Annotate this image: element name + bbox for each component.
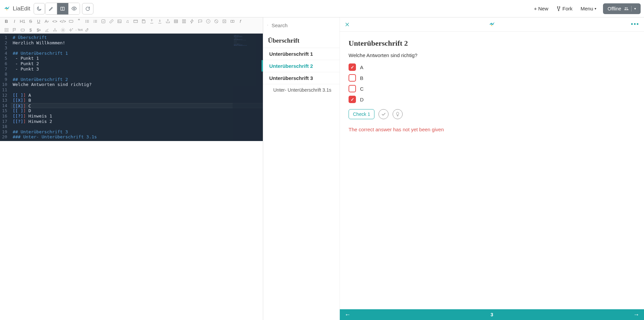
pager: ← 3 →: [340, 309, 644, 320]
menu-dropdown[interactable]: Menu▾: [576, 4, 600, 13]
bolt-button[interactable]: [188, 17, 196, 25]
target-button[interactable]: [212, 17, 220, 25]
codeblock-button[interactable]: </>: [59, 17, 67, 25]
strike-button[interactable]: S: [27, 17, 34, 25]
quiz-checkbox[interactable]: [349, 96, 356, 103]
quiz-checkbox[interactable]: [349, 85, 356, 92]
search-icon: [267, 22, 268, 28]
export-button[interactable]: [148, 17, 155, 25]
svg-line-49: [268, 25, 268, 26]
code-editor[interactable]: 1234567891011121314151617181920 # Übersc…: [0, 34, 263, 141]
main: B I H1 S U Ax <> </> “ 123 ♫ ?: [0, 17, 644, 320]
quiz-option-label: C: [360, 86, 364, 92]
offline-button[interactable]: Offline ▾: [603, 3, 641, 14]
more-menu-button[interactable]: •••: [631, 21, 639, 28]
preview-mode-button[interactable]: [68, 3, 80, 14]
next-page-button[interactable]: →: [633, 311, 639, 318]
app-logo: LiaEdit: [3, 5, 30, 12]
search-input[interactable]: [272, 22, 335, 28]
video-button[interactable]: [132, 17, 139, 25]
toc-item[interactable]: Unterüberschrift 1: [263, 48, 339, 60]
math-block-button[interactable]: $$: [35, 26, 42, 34]
minimap[interactable]: # ÜberschriftHerzlich Willkommen!## Unte…: [233, 34, 263, 141]
refresh-button[interactable]: [82, 3, 93, 14]
share-button[interactable]: [164, 17, 171, 25]
preview-pane: Überschrift Unterüberschrift 1Unterübers…: [263, 17, 644, 320]
check-button[interactable]: Check 1: [349, 109, 374, 119]
view-mode-group: [45, 3, 80, 15]
svg-rect-29: [183, 19, 184, 23]
table-button[interactable]: [172, 17, 179, 25]
quiz-question: Welche Antworten sind richtig?: [349, 52, 635, 58]
ol-button[interactable]: 123: [91, 17, 99, 25]
code-content[interactable]: # ÜberschriftHerzlich Willkommen!## Unte…: [11, 34, 263, 141]
underline-button[interactable]: U: [35, 17, 42, 25]
moon-icon: [36, 6, 42, 11]
column-button[interactable]: [180, 17, 188, 25]
image-button[interactable]: [116, 17, 123, 25]
prev-page-button[interactable]: ←: [345, 311, 351, 318]
svg-rect-24: [174, 20, 177, 23]
import-button[interactable]: [156, 17, 163, 25]
graph-button[interactable]: [51, 26, 58, 34]
quiz-option: A: [349, 63, 635, 71]
heading-button[interactable]: H1: [19, 17, 26, 25]
close-box-button[interactable]: [220, 17, 228, 25]
rocket-button[interactable]: [83, 26, 91, 34]
users-icon: [624, 6, 629, 11]
comment-button[interactable]: [196, 17, 204, 25]
function-button[interactable]: f: [237, 17, 244, 25]
ul-button[interactable]: [83, 17, 91, 25]
audio-button[interactable]: ♫: [124, 17, 131, 25]
keyboard-button[interactable]: [67, 17, 75, 25]
split-mode-button[interactable]: [57, 3, 68, 14]
svg-point-9: [85, 22, 86, 22]
preview-logo: [488, 21, 496, 28]
settings-plus-button[interactable]: [67, 26, 75, 34]
tex-button[interactable]: ←TeX: [75, 26, 83, 34]
toc-title[interactable]: Überschrift: [263, 33, 339, 48]
toc-item[interactable]: Unterüberschrift 3: [263, 72, 339, 84]
eye-icon: [71, 6, 77, 11]
hummingbird-icon: [3, 5, 11, 12]
grid-button[interactable]: [3, 26, 10, 34]
quiz-checkbox[interactable]: [349, 74, 356, 82]
link-button[interactable]: [108, 17, 115, 25]
svg-point-45: [56, 30, 57, 31]
content-topbar: •••: [340, 17, 644, 32]
superscript-button[interactable]: Ax: [43, 17, 50, 25]
hint-button[interactable]: [393, 109, 403, 119]
chart-button[interactable]: [43, 26, 50, 34]
caret-down-icon: ▾: [634, 7, 636, 10]
reveal-button[interactable]: [378, 109, 389, 119]
italic-button[interactable]: I: [11, 17, 18, 25]
card-button[interactable]: [19, 26, 26, 34]
math-button[interactable]: $: [27, 26, 34, 34]
quiz-option: D: [349, 96, 635, 103]
bold-button[interactable]: B: [3, 17, 10, 25]
save-button[interactable]: [140, 17, 147, 25]
new-button[interactable]: +New: [530, 4, 552, 13]
close-toc-button[interactable]: [345, 22, 350, 27]
pencil-icon: [48, 6, 54, 11]
svg-point-8: [85, 21, 86, 21]
edit-mode-button[interactable]: [45, 3, 57, 14]
flag-button[interactable]: [11, 26, 18, 34]
svg-point-7: [85, 20, 86, 20]
svg-rect-39: [7, 28, 8, 30]
content-heading: Unterüberschrift 2: [349, 39, 635, 48]
group-button[interactable]: [229, 17, 236, 25]
task-button[interactable]: [99, 17, 107, 25]
fork-button[interactable]: Fork: [552, 4, 576, 13]
help-circle-button[interactable]: ?: [204, 17, 212, 25]
toc-item[interactable]: Unterüberschrift 2: [263, 60, 339, 72]
fork-icon: [556, 6, 561, 11]
code-button[interactable]: <>: [51, 17, 58, 25]
page-number: 3: [491, 312, 493, 317]
dark-mode-button[interactable]: [34, 3, 45, 14]
toc-subitem[interactable]: Unter- Unterüberschrift 3.1s: [263, 84, 339, 96]
quote-button[interactable]: “: [75, 17, 83, 25]
line-gutter: 1234567891011121314151617181920: [0, 34, 11, 141]
settings-button[interactable]: [59, 26, 67, 34]
quiz-checkbox[interactable]: [349, 63, 356, 71]
